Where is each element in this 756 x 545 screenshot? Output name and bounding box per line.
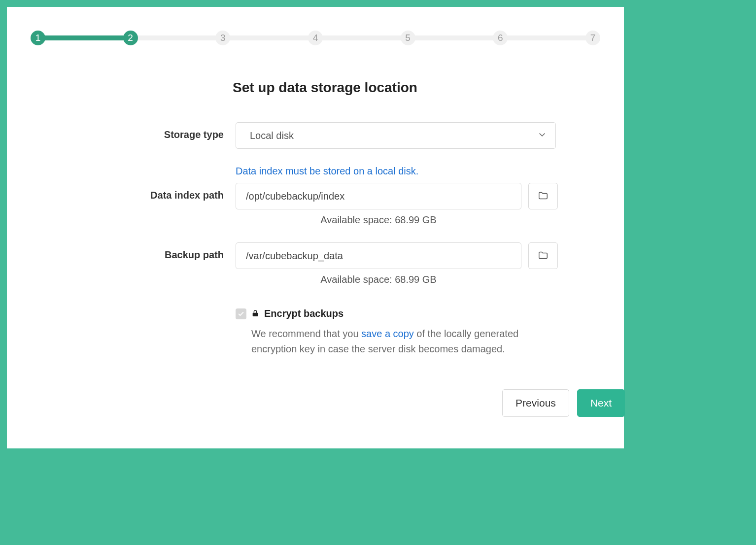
data-index-available-space: Available space: 68.99 GB — [236, 214, 521, 226]
page-title: Set up data storage location — [233, 80, 600, 96]
step-6[interactable]: 6 — [493, 31, 508, 45]
backup-path-field: Available space: 68.99 GB — [236, 242, 625, 285]
storage-type-select[interactable]: Local disk — [236, 122, 556, 149]
step-2[interactable]: 2 — [123, 31, 138, 45]
storage-type-label: Storage type — [31, 122, 228, 140]
encrypt-label: Encrypt backups — [264, 308, 344, 319]
storage-type-field: Local disk Data index must be stored on … — [236, 122, 625, 183]
progress-stepper: 1234567 — [31, 31, 600, 45]
next-button[interactable]: Next — [577, 389, 625, 417]
index-storage-notice: Data index must be stored on a local dis… — [236, 166, 625, 177]
save-copy-link[interactable]: save a copy — [361, 328, 414, 339]
data-index-path-input[interactable] — [236, 183, 521, 209]
form-actions: Previous Next — [236, 389, 625, 417]
backup-path-available-space: Available space: 68.99 GB — [236, 274, 521, 285]
storage-form: Storage type Local disk Data index must … — [31, 122, 600, 417]
lock-icon — [251, 309, 259, 319]
data-index-path-label: Data index path — [31, 183, 228, 201]
folder-icon — [538, 250, 549, 262]
browse-index-button[interactable] — [528, 183, 558, 209]
step-3[interactable]: 3 — [215, 31, 230, 45]
step-4[interactable]: 4 — [308, 31, 323, 45]
step-5[interactable]: 5 — [401, 31, 415, 45]
setup-card: 1234567 Set up data storage location Sto… — [7, 7, 624, 448]
storage-type-select-wrap: Local disk — [236, 122, 556, 149]
backup-path-label: Backup path — [31, 242, 228, 261]
stepper-dots: 1234567 — [31, 31, 600, 45]
previous-button[interactable]: Previous — [502, 389, 569, 417]
backup-path-input[interactable] — [236, 242, 521, 269]
encrypt-section: Encrypt backups We recommend that you sa… — [236, 308, 625, 357]
folder-icon — [538, 190, 549, 203]
encrypt-checkbox[interactable] — [236, 308, 246, 319]
encrypt-description: We recommend that you save a copy of the… — [251, 326, 557, 357]
step-7[interactable]: 7 — [585, 31, 600, 45]
browse-backup-button[interactable] — [528, 242, 558, 269]
step-1[interactable]: 1 — [31, 31, 45, 45]
data-index-field: Available space: 68.99 GB — [236, 183, 625, 242]
